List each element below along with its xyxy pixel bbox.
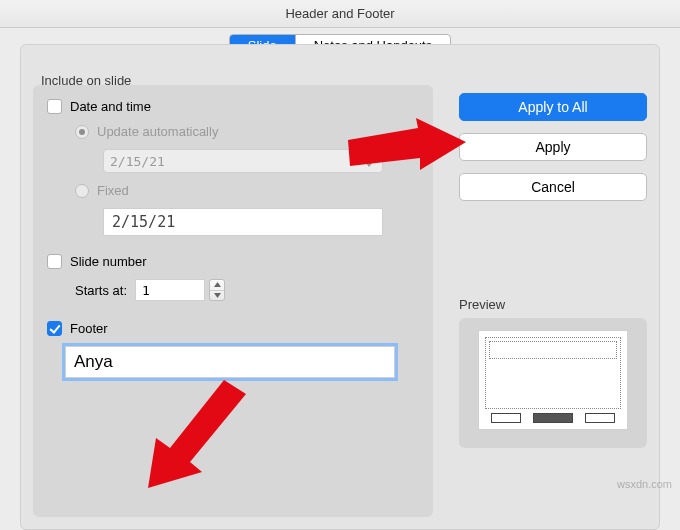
stepper-buttons[interactable] — [209, 279, 225, 301]
update-auto-radio[interactable] — [75, 125, 89, 139]
fixed-radio[interactable] — [75, 184, 89, 198]
chevron-updown-icon — [362, 153, 376, 169]
fixed-date-input[interactable]: 2/15/21 — [103, 208, 383, 236]
slide-number-checkbox[interactable] — [47, 254, 62, 269]
starts-at-stepper[interactable]: 1 — [135, 279, 225, 301]
fixed-date-value: 2/15/21 — [112, 213, 175, 231]
chevron-up-icon[interactable] — [210, 280, 224, 290]
footer-placeholder-right — [585, 413, 615, 423]
date-time-label: Date and time — [70, 99, 151, 114]
footer-placeholder-left — [491, 413, 521, 423]
apply-button[interactable]: Apply — [459, 133, 647, 161]
apply-to-all-button[interactable]: Apply to All — [459, 93, 647, 121]
auto-date-value: 2/15/21 — [110, 154, 165, 169]
footer-placeholder-center — [533, 413, 573, 423]
fixed-label: Fixed — [97, 183, 129, 198]
cancel-button[interactable]: Cancel — [459, 173, 647, 201]
svg-marker-1 — [365, 162, 373, 167]
dialog-body: Include on slide Date and time Update au… — [20, 44, 660, 530]
footer-checkbox[interactable] — [47, 321, 62, 336]
footer-value: Anya — [74, 352, 113, 372]
footer-input[interactable]: Anya — [65, 346, 395, 378]
right-column: Apply to All Apply Cancel Preview — [459, 93, 647, 448]
window-title: Header and Footer — [0, 0, 680, 28]
svg-marker-3 — [214, 293, 221, 298]
preview-box — [459, 318, 647, 448]
slide-preview — [478, 330, 628, 430]
starts-at-value: 1 — [142, 283, 150, 298]
svg-marker-2 — [214, 282, 221, 287]
starts-at-label: Starts at: — [75, 283, 127, 298]
slide-number-label: Slide number — [70, 254, 147, 269]
date-time-checkbox[interactable] — [47, 99, 62, 114]
footer-label: Footer — [70, 321, 108, 336]
auto-date-dropdown[interactable]: 2/15/21 — [103, 149, 383, 173]
include-panel: Date and time Update automatically 2/15/… — [33, 85, 433, 517]
preview-label: Preview — [459, 297, 647, 312]
update-auto-label: Update automatically — [97, 124, 218, 139]
chevron-down-icon[interactable] — [210, 290, 224, 301]
svg-marker-0 — [365, 155, 373, 160]
